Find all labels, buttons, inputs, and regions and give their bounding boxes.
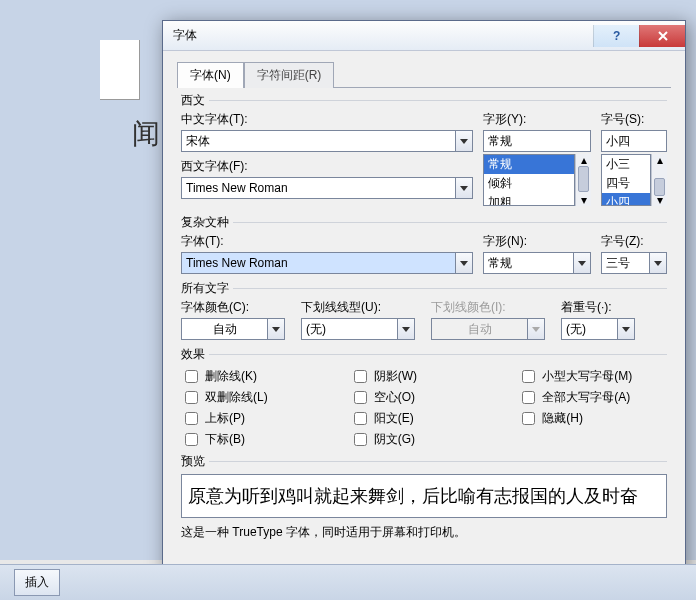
font-color-input[interactable]	[181, 318, 267, 340]
chevron-down-icon[interactable]	[397, 318, 415, 340]
statusbar: 插入	[0, 564, 696, 600]
underline-color-input	[431, 318, 527, 340]
checkbox[interactable]	[185, 412, 198, 425]
effect-checkbox[interactable]: 全部大写字母(A)	[518, 388, 667, 407]
underline-input[interactable]	[301, 318, 397, 340]
west-font-combo[interactable]	[181, 177, 473, 199]
checkbox[interactable]	[354, 370, 367, 383]
scroll-down-icon[interactable]: ▾	[576, 194, 591, 206]
titlebar[interactable]: 字体 ?	[163, 21, 685, 51]
tab-font[interactable]: 字体(N)	[177, 62, 244, 88]
label-font-color: 字体颜色(C):	[181, 299, 291, 316]
label-west-font: 西文字体(F):	[181, 158, 473, 175]
group-preview: 预览	[181, 453, 209, 470]
help-icon: ?	[611, 30, 623, 42]
effect-checkbox[interactable]: 双删除线(L)	[181, 388, 330, 407]
complex-style-input[interactable]	[483, 252, 573, 274]
emphasis-combo[interactable]	[561, 318, 641, 340]
complex-style-combo[interactable]	[483, 252, 591, 274]
checkbox[interactable]	[522, 370, 535, 383]
checkbox[interactable]	[185, 370, 198, 383]
group-western: 西文	[181, 92, 209, 109]
preview-hint: 这是一种 TrueType 字体，同时适用于屏幕和打印机。	[181, 524, 667, 541]
size-option[interactable]: 小四	[602, 193, 650, 206]
checkbox[interactable]	[354, 412, 367, 425]
effect-label: 空心(O)	[374, 389, 415, 406]
dialog-title: 字体	[173, 27, 593, 44]
label-size: 字号(S):	[601, 111, 667, 128]
cn-font-input[interactable]	[181, 130, 455, 152]
chevron-down-icon[interactable]	[455, 177, 473, 199]
underline-combo[interactable]	[301, 318, 421, 340]
size-option[interactable]: 四号	[602, 174, 650, 193]
label-cn-font: 中文字体(T):	[181, 111, 473, 128]
effect-checkbox[interactable]: 阳文(E)	[350, 409, 499, 428]
scrollbar[interactable]: ▴ ▾	[575, 154, 591, 206]
label-underline: 下划线线型(U):	[301, 299, 421, 316]
effect-label: 下标(B)	[205, 431, 245, 448]
effect-checkbox[interactable]: 阴文(G)	[350, 430, 499, 449]
effect-checkbox[interactable]: 阴影(W)	[350, 367, 499, 386]
style-option[interactable]: 常规	[484, 155, 574, 174]
chevron-down-icon[interactable]	[649, 252, 667, 274]
complex-font-input[interactable]	[181, 252, 455, 274]
complex-font-combo[interactable]	[181, 252, 473, 274]
effect-label: 全部大写字母(A)	[542, 389, 630, 406]
chevron-down-icon[interactable]	[617, 318, 635, 340]
group-all: 所有文字	[181, 280, 233, 297]
complex-size-input[interactable]	[601, 252, 649, 274]
tab-spacing[interactable]: 字符间距(R)	[244, 62, 335, 88]
effect-label: 阳文(E)	[374, 410, 414, 427]
effect-checkbox[interactable]: 下标(B)	[181, 430, 330, 449]
effect-label: 隐藏(H)	[542, 410, 583, 427]
style-option[interactable]: 倾斜	[484, 174, 574, 193]
chevron-down-icon[interactable]	[455, 252, 473, 274]
group-complex: 复杂文种	[181, 214, 233, 231]
size-listbox[interactable]: 小三四号小四	[601, 154, 651, 206]
effect-label: 小型大写字母(M)	[542, 368, 632, 385]
scrollbar[interactable]: ▴ ▾	[651, 154, 667, 206]
effect-label: 阴影(W)	[374, 368, 417, 385]
checkbox[interactable]	[522, 412, 535, 425]
checkbox[interactable]	[185, 433, 198, 446]
preview-box: 原意为听到鸡叫就起来舞剑，后比喻有志报国的人及时奋	[181, 474, 667, 518]
label-complex-style: 字形(N):	[483, 233, 591, 250]
font-color-combo[interactable]	[181, 318, 291, 340]
svg-text:?: ?	[613, 30, 620, 42]
complex-size-combo[interactable]	[601, 252, 667, 274]
label-style: 字形(Y):	[483, 111, 591, 128]
scroll-up-icon[interactable]: ▴	[576, 154, 591, 166]
chevron-down-icon[interactable]	[267, 318, 285, 340]
size-input[interactable]	[601, 130, 667, 152]
close-icon	[657, 30, 669, 42]
effect-checkbox[interactable]: 空心(O)	[350, 388, 499, 407]
effect-label: 删除线(K)	[205, 368, 257, 385]
emphasis-input[interactable]	[561, 318, 617, 340]
scroll-up-icon[interactable]: ▴	[652, 154, 667, 166]
chevron-down-icon[interactable]	[455, 130, 473, 152]
effect-label: 双删除线(L)	[205, 389, 268, 406]
label-underline-color: 下划线颜色(I):	[431, 299, 551, 316]
label-complex-font: 字体(T):	[181, 233, 473, 250]
help-button[interactable]: ?	[593, 25, 639, 47]
insert-button[interactable]: 插入	[14, 569, 60, 596]
style-listbox[interactable]: 常规倾斜加粗	[483, 154, 575, 206]
checkbox[interactable]	[185, 391, 198, 404]
size-option[interactable]: 小三	[602, 155, 650, 174]
effect-label: 上标(P)	[205, 410, 245, 427]
close-button[interactable]	[639, 25, 685, 47]
west-font-input[interactable]	[181, 177, 455, 199]
checkbox[interactable]	[354, 433, 367, 446]
cn-font-combo[interactable]	[181, 130, 473, 152]
group-effects: 效果	[181, 346, 209, 363]
checkbox[interactable]	[522, 391, 535, 404]
effect-checkbox[interactable]: 小型大写字母(M)	[518, 367, 667, 386]
style-option[interactable]: 加粗	[484, 193, 574, 206]
effect-checkbox[interactable]: 隐藏(H)	[518, 409, 667, 428]
effect-checkbox[interactable]: 删除线(K)	[181, 367, 330, 386]
chevron-down-icon[interactable]	[573, 252, 591, 274]
effect-checkbox[interactable]: 上标(P)	[181, 409, 330, 428]
checkbox[interactable]	[354, 391, 367, 404]
document-text: 闻	[132, 115, 160, 153]
style-input[interactable]	[483, 130, 591, 152]
